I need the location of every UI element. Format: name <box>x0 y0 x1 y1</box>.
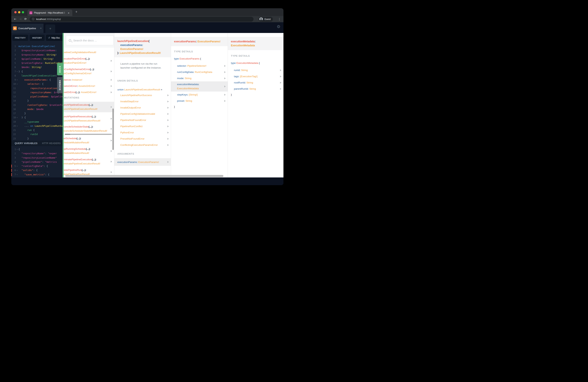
code-line[interactable]: 10▾ selector: { <box>11 82 63 86</box>
docs-list-item[interactable]: executionPlanOrError(...):ExecutionPlanO… <box>64 57 114 65</box>
code-line[interactable]: 22 runId <box>11 132 63 136</box>
close-tab-icon[interactable]: × <box>68 12 69 14</box>
code-line[interactable]: 5▾ "runConfigData": { <box>11 164 63 168</box>
docs-list-item[interactable]: assetsOrError: AssetsOrError! <box>64 84 114 88</box>
browser-tab[interactable]: Playground - http://localhost:3 × <box>27 10 72 16</box>
query-variables-editor[interactable]: 1▾{2 "repositoryName": "exper3 "reposito… <box>11 146 63 177</box>
union-member-row[interactable]: ConflictingExecutionParamsError <box>114 142 171 148</box>
code-line[interactable]: 21 run { <box>11 128 63 132</box>
list-horizontal-scrollbar[interactable] <box>65 134 112 135</box>
type-field-row[interactable]: runConfigData: RunConfigData <box>171 69 228 75</box>
prettify-button[interactable]: PRETTIFY <box>12 35 28 41</box>
docs-list-item[interactable]: terminatePipelineExecution(...):Terminat… <box>64 157 114 166</box>
fold-arrow-icon[interactable]: ▾ <box>16 79 19 81</box>
code-line[interactable]: 4 $pipelineName: String! <box>11 57 63 61</box>
close-playground-tab-icon[interactable]: × <box>40 27 42 30</box>
union-member-row[interactable]: PresetNotFoundError <box>114 136 171 142</box>
docs-list-item[interactable]: assetOrError(...): AssetOrError! <box>64 90 114 94</box>
code-line[interactable]: 12 repositoryName: $repositoryName <box>11 90 63 95</box>
fold-arrow-icon[interactable]: ▾ <box>16 149 19 150</box>
fold-arrow-icon[interactable]: ▾ <box>16 71 19 72</box>
union-member-row[interactable]: LaunchPipelineRunSuccess <box>114 92 171 98</box>
address-bar[interactable]: ⓘ localhost:3333/graphql <box>30 17 253 22</box>
code-line[interactable]: 18▾ ) { <box>11 115 63 120</box>
type-field-row[interactable]: tags: [ExecutionTag!] <box>228 73 283 80</box>
endpoint-reload-icon[interactable]: ↺ <box>48 36 50 39</box>
code-line[interactable]: 17 } <box>11 111 63 115</box>
tab-schema[interactable]: SCHEMA <box>57 77 63 93</box>
union-member-row[interactable]: PipelineRunConflict <box>114 123 171 129</box>
union-member-row[interactable]: PipelineNotFoundError <box>114 117 171 123</box>
code-line[interactable]: 3 $repositoryName: String! <box>11 53 63 57</box>
code-line[interactable]: 9▾ executionParams: { <box>11 78 63 82</box>
code-line[interactable]: 2 $repositoryLocationName: <box>11 48 63 53</box>
endpoint-box[interactable]: ↺ http://loc <box>46 35 63 41</box>
type-field-row[interactable]: runId: String <box>228 67 283 73</box>
docs-search-box[interactable] <box>66 35 114 45</box>
code-line[interactable]: 15 runConfigData: $runConfigData <box>11 103 63 107</box>
docs-list-item[interactable]: PipelineConfigValidationResult! <box>64 50 114 54</box>
column-scrollbar[interactable] <box>112 108 114 150</box>
zoom-window-button[interactable] <box>22 11 24 13</box>
code-line[interactable]: 1mutation ExecutePipeline( <box>11 44 63 48</box>
code-line[interactable]: 7▾ "save_metrics": { <box>11 172 63 177</box>
code-line[interactable]: 2 "repositoryName": "exper <box>11 151 63 156</box>
type-field-row[interactable]: selector: PipelineSelector! <box>171 63 228 69</box>
code-line[interactable]: 1▾{ <box>11 147 63 151</box>
type-field-row[interactable]: parentRunId: String <box>228 86 283 92</box>
playground-tab-executepipeline[interactable]: M ExecutePipeline × <box>11 23 43 33</box>
union-member-row[interactable]: PipelineConfigValidationInvalid <box>114 111 171 117</box>
fold-arrow-icon[interactable]: ▾ <box>16 169 19 171</box>
profile-button[interactable]: Guest <box>259 17 273 22</box>
close-window-button[interactable] <box>14 11 17 13</box>
code-line[interactable]: 4 "pipelineName": "metrics <box>11 160 63 164</box>
docs-list-item[interactable]: startSchedule(...):ScheduleMutationResul… <box>64 136 114 145</box>
fold-arrow-icon[interactable]: ▾ <box>16 174 19 175</box>
docs-list-item[interactable]: stopRunningSchedule(...):ScheduleMutatio… <box>64 147 114 155</box>
tab-http-headers[interactable]: HTTP HEADERS <box>42 142 61 145</box>
docs-list-item[interactable]: reconcileSchedulerState(...):ReconcileSc… <box>64 125 114 133</box>
union-member-row[interactable]: PythonError <box>114 129 171 136</box>
forward-icon[interactable]: → <box>19 18 22 21</box>
settings-gear-icon[interactable]: ⚙ <box>277 25 280 29</box>
new-playground-tab-button[interactable]: + <box>45 24 55 33</box>
history-button[interactable]: HISTORY <box>30 35 45 41</box>
code-line[interactable]: 3 "repositoryLocationName" <box>11 156 63 160</box>
back-icon[interactable]: ← <box>14 18 16 21</box>
type-field-row[interactable]: rootRunId: String <box>228 80 283 86</box>
reload-icon[interactable]: ⟳ <box>24 18 27 21</box>
code-line[interactable]: 13 pipelineName: $pipelineName <box>11 95 63 99</box>
site-info-icon[interactable]: ⓘ <box>32 18 35 21</box>
fold-arrow-icon[interactable]: ▾ <box>16 117 19 119</box>
union-member-row[interactable]: InvalidStepError <box>114 98 171 105</box>
query-code-editor[interactable]: 1mutation ExecutePipeline(2 $repositoryL… <box>11 42 63 141</box>
fold-arrow-icon[interactable]: ▾ <box>16 83 19 85</box>
docs-horizontal-scrollbar[interactable] <box>65 175 223 177</box>
code-line[interactable]: 6▾ "solids": { <box>11 168 63 172</box>
docs-list-item[interactable]: instance: Instance! <box>64 78 114 82</box>
type-field-row-selected[interactable]: executionMetadata:ExecutionMetadata <box>171 81 228 91</box>
code-line[interactable]: 6 $mode: String! <box>11 65 63 69</box>
tab-query-variables[interactable]: QUERY VARIABLES <box>15 142 38 145</box>
docs-list-item[interactable]: launchPipelineReexecution(...):LaunchPip… <box>64 114 114 123</box>
browser-menu-icon[interactable]: ⋮ <box>278 18 281 21</box>
code-line[interactable]: 23 } <box>11 137 63 141</box>
code-line[interactable]: 19 __typename <box>11 120 63 124</box>
code-line[interactable]: 14 } <box>11 99 63 103</box>
new-tab-button[interactable]: + <box>75 10 77 14</box>
fold-arrow-icon[interactable]: ▾ <box>16 125 19 127</box>
search-input[interactable] <box>73 39 111 42</box>
code-line[interactable]: 16 mode: $mode <box>11 107 63 111</box>
code-line[interactable]: 8 launchPipelineExecution( <box>11 74 63 78</box>
minimize-window-button[interactable] <box>18 11 20 13</box>
type-field-row[interactable]: mode: String <box>171 75 228 81</box>
type-field-row[interactable]: stepKeys: [String!] <box>171 91 228 98</box>
code-line[interactable]: 5 $runConfigData: RunConfigData <box>11 61 63 65</box>
code-line[interactable]: 20▾ ... on LaunchPipelineRunSuccess <box>11 124 63 128</box>
code-line[interactable]: 7▾) { <box>11 69 63 74</box>
code-line[interactable]: 11 repositoryLocationName: $repositoryLo… <box>11 86 63 90</box>
argument-row[interactable]: executionParams: ExecutionParams! <box>114 158 171 166</box>
union-member-row[interactable]: InvalidOutputError <box>114 105 171 111</box>
docs-list-item-selected[interactable]: launchPipelineExecution(...):LaunchPipel… <box>64 102 114 112</box>
fold-arrow-icon[interactable]: ▾ <box>16 165 19 167</box>
